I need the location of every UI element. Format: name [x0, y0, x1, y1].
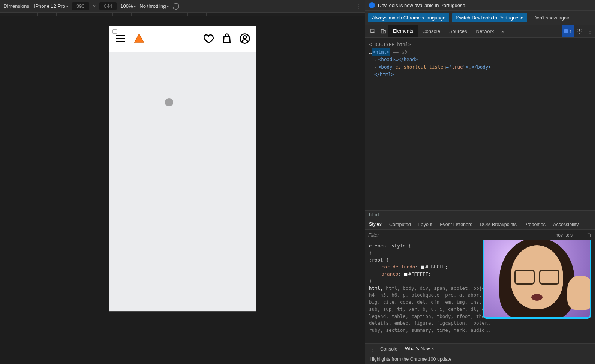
subtab-properties[interactable]: Properties — [520, 219, 549, 229]
ruler — [0, 13, 365, 16]
close-icon[interactable]: × — [431, 346, 434, 351]
dom-html-row[interactable]: …<html> == $0 — [369, 49, 407, 55]
drawer-tabs: ⋮ Console What's New × — [365, 344, 595, 354]
dimensions-label: Dimensions: — [4, 3, 31, 9]
issues-badge[interactable]: 1 — [562, 25, 574, 37]
devtools-panel: i DevTools is now available in Portugues… — [365, 0, 595, 364]
info-icon: i — [369, 2, 375, 8]
styles-pane[interactable]: element.style { } :root { --cor-de-fundo… — [365, 240, 595, 343]
hamburger-icon[interactable] — [115, 33, 127, 46]
infobar-message: DevTools is now available in Portuguese! — [378, 3, 466, 8]
always-match-button[interactable]: Always match Chrome's language — [368, 13, 449, 22]
heart-icon[interactable] — [203, 33, 214, 45]
drawer-menu-icon[interactable]: ⋮ — [367, 344, 376, 354]
tab-sources[interactable]: Sources — [445, 25, 472, 37]
checkbox-icon[interactable] — [112, 29, 117, 34]
devtools-tabs: Elements Console Sources Network » 1 ⋮ — [365, 25, 595, 38]
dom-doctype: <!DOCTYPE html> — [369, 42, 411, 47]
width-input[interactable]: 390 — [72, 2, 89, 10]
device-frame[interactable] — [109, 26, 256, 311]
device-preview-pane: Dimensions: iPhone 12 Pro 390 × 844 100%… — [0, 0, 365, 364]
dim-sep: × — [93, 3, 96, 9]
subtab-layout[interactable]: Layout — [415, 219, 436, 229]
dom-body-row[interactable]: <body cz-shortcut-listen="true">…</body> — [369, 63, 591, 71]
subtab-styles[interactable]: Styles — [365, 219, 385, 229]
subtab-accessibility[interactable]: Accessibility — [549, 219, 582, 229]
device-toggle-icon[interactable] — [378, 25, 388, 37]
device-toolbar: Dimensions: iPhone 12 Pro 390 × 844 100%… — [0, 0, 365, 13]
computed-toggle-icon[interactable]: ▢ — [585, 232, 592, 238]
drawer: ⋮ Console What's New × Highlights from t… — [365, 343, 595, 364]
styles-filterbar: Filter :hov .cls + ▢ — [365, 230, 595, 240]
settings-gear-icon[interactable] — [574, 25, 585, 37]
tabs-overflow-icon[interactable]: » — [498, 25, 507, 37]
shopping-bag-icon[interactable] — [221, 33, 232, 45]
height-input[interactable]: 844 — [99, 2, 117, 10]
svg-point-4 — [243, 36, 246, 39]
new-style-rule-icon[interactable]: + — [576, 232, 582, 238]
logo-icon[interactable] — [133, 33, 145, 45]
hov-toggle[interactable]: :hov — [554, 232, 563, 238]
devtools-menu-icon[interactable]: ⋮ — [585, 25, 595, 37]
device-select[interactable]: iPhone 12 Pro — [34, 3, 68, 9]
zoom-select[interactable]: 100% — [120, 3, 136, 9]
dom-html-close: </html> — [369, 71, 591, 78]
devtools-infobar: i DevTools is now available in Portugues… — [365, 0, 595, 11]
tab-network[interactable]: Network — [472, 25, 499, 37]
dom-tree[interactable]: <!DOCTYPE html> …<html> == $0 <head>…</h… — [365, 38, 595, 210]
cls-toggle[interactable]: .cls — [566, 232, 573, 238]
dismiss-button[interactable]: Don't show again — [530, 13, 573, 22]
filter-input[interactable]: Filter — [368, 232, 551, 238]
subtab-event-listeners[interactable]: Event Listeners — [436, 219, 476, 229]
styles-subtabs: Styles Computed Layout Event Listeners D… — [365, 219, 595, 230]
drawer-body: Highlights from the Chrome 100 update — [365, 354, 595, 364]
inspect-icon[interactable] — [367, 25, 378, 37]
throttling-select[interactable]: No throttling — [139, 3, 169, 9]
device-toolbar-menu-icon[interactable]: ⋮ — [356, 3, 361, 9]
breadcrumb[interactable]: html — [365, 210, 595, 219]
account-icon[interactable] — [239, 33, 250, 45]
dom-head-row[interactable]: <head>…</head> — [369, 56, 591, 63]
drawer-tab-whats-new[interactable]: What's New × — [401, 344, 438, 354]
mobile-header — [109, 26, 256, 52]
tab-console[interactable]: Console — [418, 25, 445, 37]
drawer-tab-console[interactable]: Console — [376, 344, 401, 354]
touch-indicator-icon — [165, 98, 173, 106]
subtab-computed[interactable]: Computed — [385, 219, 415, 229]
infobar-actions: Always match Chrome's language Switch De… — [365, 11, 595, 25]
viewport-area — [0, 16, 365, 364]
tab-elements[interactable]: Elements — [388, 25, 418, 37]
webcam-overlay — [483, 240, 591, 319]
svg-point-8 — [579, 31, 580, 32]
switch-language-button[interactable]: Switch DevTools to Portuguese — [452, 13, 527, 22]
subtab-dom-breakpoints[interactable]: DOM Breakpoints — [476, 219, 520, 229]
rotate-icon[interactable] — [172, 2, 180, 10]
